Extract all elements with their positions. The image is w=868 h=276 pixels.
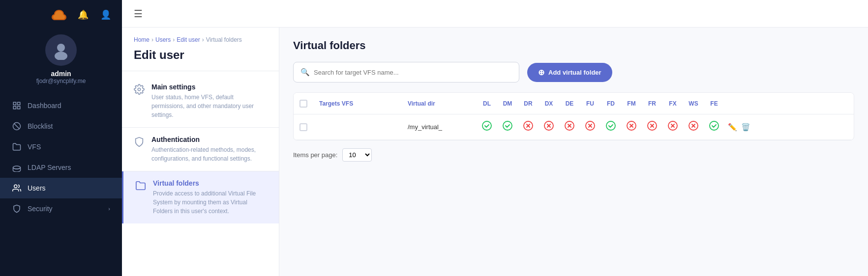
row-fr (642, 121, 662, 133)
sidebar-profile: admin fjodr@syncplify.me (0, 29, 122, 93)
row-dm (497, 121, 518, 133)
edit-row-button[interactable]: ✏️ (728, 123, 737, 132)
sidebar-item-users[interactable]: Users (0, 178, 122, 198)
add-button-label: Add virtual folder (548, 69, 601, 76)
breadcrumb-edit-user[interactable]: Edit user (177, 36, 200, 43)
col-de: DE (559, 100, 580, 107)
row-fu (580, 121, 600, 133)
select-all-checkbox[interactable] (299, 100, 307, 108)
x-icon (585, 121, 595, 133)
sidebar: 🔔 👤 admin fjodr@syncplify.me Dashboard B… (0, 0, 122, 276)
sidebar-item-label: Blocklist (28, 122, 53, 130)
sidebar-item-label: LDAP Servers (28, 164, 71, 171)
sidebar-item-blocklist[interactable]: Blocklist (0, 116, 122, 137)
row-fe (704, 121, 724, 133)
add-virtual-folder-button[interactable]: ⊕ Add virtual folder (527, 63, 612, 82)
row-checkbox (299, 123, 319, 131)
notification-icon[interactable]: 🔔 (76, 7, 90, 22)
menu-item-title: Virtual folders (153, 179, 267, 187)
svg-line-7 (14, 124, 20, 129)
page-title: Edit user (122, 46, 279, 71)
check-icon (503, 121, 512, 133)
folder-icon (135, 180, 146, 191)
search-icon: 🔍 (300, 68, 310, 77)
sidebar-item-security[interactable]: Security › (0, 198, 122, 219)
blocklist-icon (12, 121, 22, 131)
sidebar-item-label: Dashboard (28, 102, 61, 110)
breadcrumb-users[interactable]: Users (155, 36, 171, 43)
col-fm: FM (621, 100, 642, 107)
svg-rect-3 (18, 102, 20, 105)
svg-rect-5 (18, 107, 20, 109)
col-checkbox (299, 100, 319, 108)
menu-item-main-settings[interactable]: Main settings User status, home VFS, def… (122, 75, 279, 127)
col-fr: FR (642, 100, 662, 107)
search-input[interactable] (314, 69, 512, 76)
content-area: Home › Users › Edit user › Virtual folde… (122, 28, 868, 276)
row-dr (518, 121, 539, 133)
left-menu: Main settings User status, home VFS, def… (122, 71, 279, 227)
sidebar-item-dashboard[interactable]: Dashboard (0, 95, 122, 116)
sidebar-top: 🔔 👤 (0, 0, 122, 29)
svg-point-19 (606, 121, 615, 130)
col-dl: DL (477, 100, 497, 107)
menu-item-text: Authentication Authentication-related me… (151, 136, 267, 163)
col-dx: DX (539, 100, 559, 107)
avatar (45, 34, 77, 66)
row-fd (600, 121, 621, 133)
dashboard-icon (12, 101, 22, 110)
menu-item-text: Main settings User status, home VFS, def… (151, 83, 267, 119)
users-icon (12, 183, 22, 193)
svg-point-12 (138, 88, 141, 91)
sidebar-item-vfs[interactable]: VFS (0, 137, 122, 157)
x-icon (565, 121, 574, 133)
col-fe: FE (704, 100, 724, 107)
col-targets-vfs: Targets VFS (319, 100, 408, 107)
left-panel: Home › Users › Edit user › Virtual folde… (122, 28, 279, 276)
col-fx: FX (662, 100, 683, 107)
sidebar-item-label: Users (28, 184, 46, 192)
virtual-folders-table: Targets VFS Virtual dir DL DM DR DX DE F… (293, 92, 854, 140)
row-actions: ✏️ 🗑️ (724, 123, 754, 132)
vfs-icon (12, 142, 22, 152)
svg-rect-4 (13, 107, 16, 109)
hamburger-icon[interactable]: ☰ (134, 8, 143, 20)
col-dm: DM (497, 100, 518, 107)
user-profile-icon[interactable]: 👤 (98, 7, 113, 22)
x-icon (668, 121, 678, 133)
row-fm (621, 121, 642, 133)
svg-point-0 (57, 44, 65, 52)
items-per-page-select[interactable]: 10 25 50 100 (342, 148, 372, 162)
breadcrumb-home[interactable]: Home (134, 36, 150, 43)
menu-item-authentication[interactable]: Authentication Authentication-related me… (122, 128, 279, 171)
sidebar-nav: Dashboard Blocklist VFS LDAP Servers Use… (0, 93, 122, 276)
sidebar-item-ldap[interactable]: LDAP Servers (0, 157, 122, 178)
table-row: /my_virtual_ (294, 114, 854, 140)
svg-point-14 (503, 121, 512, 130)
topbar: ☰ (122, 0, 868, 28)
row-ws (683, 121, 704, 133)
auth-icon (134, 137, 145, 147)
check-icon (709, 121, 719, 133)
col-fd: FD (600, 100, 621, 107)
menu-item-desc: User status, home VFS, default permissio… (151, 93, 267, 119)
sidebar-item-label: Security (28, 205, 53, 213)
right-panel: Virtual folders 🔍 ⊕ Add virtual folder (279, 28, 868, 276)
logo (50, 6, 68, 24)
add-circle-icon: ⊕ (538, 68, 544, 77)
menu-item-virtual-folders[interactable]: Virtual folders Provide access to additi… (122, 171, 279, 223)
x-icon (523, 121, 533, 133)
row-select-checkbox[interactable] (299, 123, 307, 131)
menu-item-title: Authentication (151, 136, 267, 143)
svg-point-24 (710, 121, 718, 130)
delete-row-button[interactable]: 🗑️ (741, 123, 750, 132)
row-dl (477, 121, 497, 133)
items-per-page-label: Items per page: (293, 151, 337, 159)
panel-title: Virtual folders (293, 39, 854, 52)
security-icon (12, 204, 22, 214)
col-fu: FU (580, 100, 600, 107)
svg-point-13 (482, 121, 491, 130)
svg-rect-2 (13, 102, 16, 105)
table-header: Targets VFS Virtual dir DL DM DR DX DE F… (294, 93, 854, 114)
x-icon (544, 121, 554, 133)
